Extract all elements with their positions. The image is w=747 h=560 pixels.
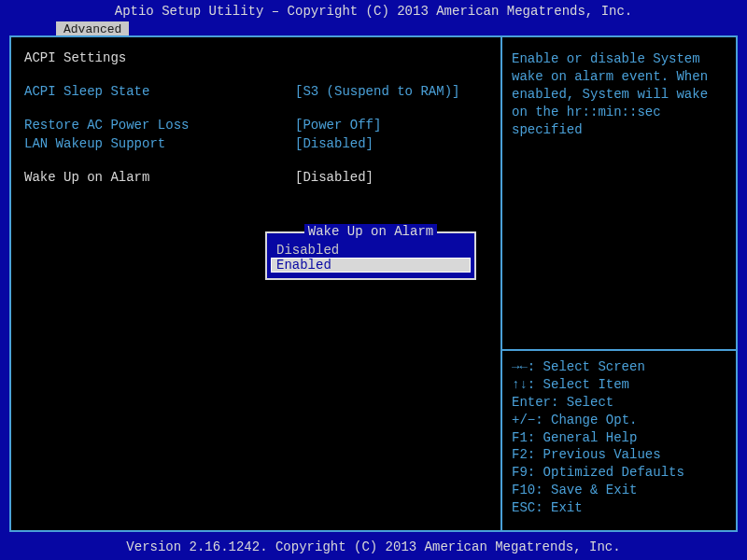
hint-f9: F9: Optimized Defaults	[512, 464, 726, 482]
popup-title: Wake Up on Alarm	[304, 224, 437, 239]
footer-version: Version 2.16.1242. Copyright (C) 2013 Am…	[0, 539, 747, 554]
setting-lan-wakeup-support[interactable]: LAN Wakeup Support [Disabled]	[24, 136, 487, 151]
hint-f10: F10: Save & Exit	[512, 482, 726, 499]
setting-acpi-sleep-state[interactable]: ACPI Sleep State [S3 (Suspend to RAM)]	[24, 84, 487, 99]
hint-f2: F2: Previous Values	[512, 446, 726, 464]
help-text: Enable or disable System wake on alarm e…	[512, 50, 726, 138]
divider	[502, 349, 736, 351]
setting-label: LAN Wakeup Support	[24, 136, 295, 151]
section-title: ACPI Settings	[24, 50, 487, 65]
popup-option-disabled[interactable]: Disabled	[271, 243, 471, 258]
setting-value: [Disabled]	[295, 170, 374, 185]
hint-enter: Enter: Select	[512, 394, 726, 412]
setting-wake-up-on-alarm[interactable]: Wake Up on Alarm [Disabled]	[24, 170, 487, 185]
setting-label: Restore AC Power Loss	[24, 118, 295, 133]
setting-value: [S3 (Suspend to RAM)]	[295, 84, 459, 99]
setting-restore-ac-power-loss[interactable]: Restore AC Power Loss [Power Off]	[24, 118, 487, 133]
window-title: Aptio Setup Utility – Copyright (C) 2013…	[0, 0, 747, 21]
hint-select-screen: →←: Select Screen	[512, 358, 726, 376]
popup-option-enabled[interactable]: Enabled	[271, 258, 471, 273]
setting-value: [Power Off]	[295, 118, 381, 133]
setting-label: ACPI Sleep State	[24, 84, 295, 99]
help-panel: Enable or disable System wake on alarm e…	[502, 37, 736, 530]
popup-wake-up-on-alarm: Wake Up on Alarm Disabled Enabled	[265, 231, 476, 280]
hint-f1: F1: General Help	[512, 429, 726, 447]
hint-change-opt: +/−: Change Opt.	[512, 412, 726, 429]
hint-select-item: ↑↓: Select Item	[512, 376, 726, 394]
key-hints: →←: Select Screen ↑↓: Select Item Enter:…	[512, 358, 726, 517]
hint-esc: ESC: Exit	[512, 499, 726, 517]
setting-label: Wake Up on Alarm	[24, 170, 295, 185]
setting-value: [Disabled]	[295, 136, 374, 151]
